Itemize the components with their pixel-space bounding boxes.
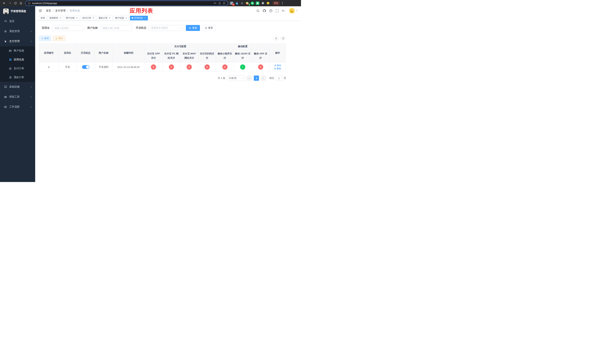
fullscreen-button[interactable] — [276, 9, 279, 12]
tab-merchant-info[interactable]: 商户信息× — [113, 16, 129, 20]
sidebar-collapse-button[interactable] — [38, 8, 43, 13]
chevron-down-icon — [30, 96, 32, 98]
goto-page-input[interactable] — [275, 75, 283, 81]
close-icon[interactable]: × — [92, 17, 94, 19]
hamburger-icon — [39, 9, 42, 12]
active-tab-dot — [132, 17, 133, 19]
extensions-puzzle-icon[interactable] — [261, 1, 265, 5]
status-toggle[interactable] — [82, 65, 89, 69]
sidebar-item-payment-order[interactable]: 支付订单 — [0, 64, 35, 73]
export-button[interactable]: 导出 — [53, 36, 65, 41]
font-size-button[interactable]: TT — [282, 9, 285, 12]
search-button-label: 搜索 — [192, 26, 197, 30]
breadcrumb-separator: / — [53, 9, 54, 12]
table-row: 6 芋道 芋道源码 2021-10-23 08:49:25 ✕ ✕ ✕ ✕ ✕ … — [39, 62, 286, 72]
chat-extension-icon[interactable] — [256, 1, 259, 5]
sidebar-item-refund-order[interactable]: 退款订单 — [0, 73, 35, 82]
back-button[interactable] — [2, 1, 7, 6]
page-size-select[interactable]: 10条/页 — [227, 75, 245, 81]
col-wechat-jsapi: 微信 JSAPI 支付 — [234, 49, 252, 62]
home-button[interactable] — [19, 1, 23, 6]
header-search-button[interactable] — [256, 9, 259, 12]
close-icon[interactable]: × — [59, 17, 62, 19]
wechat-extension-icon[interactable] — [251, 1, 254, 5]
reset-button[interactable]: 重置 — [202, 25, 216, 31]
bank-card-icon — [9, 49, 12, 52]
tab-app-info[interactable]: 应用信息× — [130, 16, 148, 20]
tab-grid-extension-icon[interactable]: 10 — [230, 1, 233, 5]
github-icon — [263, 9, 266, 12]
sidebar-item-infrastructure[interactable]: 基础设施 — [0, 82, 35, 92]
prev-page-button[interactable]: ‹ — [247, 75, 252, 81]
chevron-up-icon — [30, 40, 32, 43]
address-bar[interactable]: localhost:1024/pay/app — [26, 1, 228, 6]
tab-home[interactable]: 首页 — [39, 16, 47, 20]
tab-process-form[interactable]: 流程表单× — [48, 16, 63, 20]
tab-refund-order[interactable]: 退款订单× — [97, 16, 113, 20]
payment-submenu: 商户信息 应用信息 支付订单 退款订单 — [0, 46, 35, 82]
sidebar-item-label: 支付订单 — [14, 67, 24, 70]
share-icon[interactable] — [218, 2, 221, 5]
app-name-label: 应用名 — [42, 26, 50, 30]
tab-label: 首页 — [41, 16, 45, 20]
tab-label: 应用信息 — [134, 16, 143, 20]
sidebar-item-payment[interactable]: ¥ 支付管理 — [0, 36, 35, 46]
sidebar-item-devtools[interactable]: 研发工具 — [0, 92, 35, 102]
close-icon[interactable]: × — [108, 17, 111, 19]
breadcrumb-item-home[interactable]: 首页 — [46, 9, 51, 12]
reload-button[interactable] — [13, 1, 18, 6]
search-icon — [189, 27, 191, 29]
pagination-total: 共 1 条 — [218, 76, 225, 80]
app-table: 应用编号 应用名 开启状态 商户名称 创建时间 支付宝配置 微信配置 操作 支付… — [39, 43, 286, 72]
close-icon[interactable]: × — [144, 17, 146, 19]
user-menu[interactable] — [289, 8, 298, 13]
sidebar-item-workflow[interactable]: 工作流程 — [0, 102, 35, 112]
sidebar-item-merchant-info[interactable]: 商户信息 — [0, 46, 35, 55]
sidebar-item-app-info[interactable]: 应用信息 — [0, 55, 35, 64]
browser-menu-button[interactable] — [282, 2, 283, 5]
delete-link[interactable]: 删除 — [274, 67, 281, 70]
colorful-wheel-extension-icon[interactable]: 1 — [246, 1, 249, 5]
enable-status-select[interactable]: 请选择开启状态 — [149, 25, 184, 31]
help-button[interactable]: ? — [269, 9, 272, 12]
add-button[interactable]: 新增 — [39, 36, 51, 41]
toggle-search-button[interactable] — [273, 36, 279, 41]
navbar: 首页 / 支付管理 / 应用信息 应用列表 ? TT — [35, 6, 301, 15]
sidebar-item-system[interactable]: ⚙ 系统管理 — [0, 26, 35, 36]
select-placeholder: 请选择开启状态 — [151, 26, 168, 30]
merchant-name-input[interactable] — [100, 25, 132, 31]
search-button[interactable]: 搜索 — [186, 25, 200, 31]
sidebar-item-label: 基础设施 — [9, 85, 20, 88]
breadcrumb-item-payment[interactable]: 支付管理 — [55, 9, 65, 12]
site-info-icon[interactable] — [28, 2, 31, 5]
tab-label: 支付订单 — [82, 16, 91, 20]
alipay-qr-status-icon: ✕ — [204, 64, 210, 70]
col-group-alipay: 支付宝配置 — [145, 44, 216, 49]
col-wechat-mini: 微信小程序支付 — [216, 49, 234, 62]
breadcrumb-separator: / — [67, 9, 68, 12]
avatar[interactable] — [289, 8, 295, 13]
bookmark-star-icon[interactable] — [223, 2, 226, 5]
sidebar-item-label: 系统管理 — [9, 30, 20, 33]
water-drop-extension-icon[interactable] — [235, 1, 239, 5]
app-title: 芋道管理系统 — [11, 10, 26, 13]
page-number-button[interactable]: 1 — [254, 75, 259, 81]
close-icon[interactable]: × — [125, 17, 127, 19]
tab-payment-order[interactable]: 支付订单× — [81, 16, 96, 20]
refresh-table-button[interactable] — [280, 36, 286, 41]
tab-user-group[interactable]: 用户分组× — [64, 16, 80, 20]
password-key-icon[interactable] — [214, 2, 216, 5]
browser-update-button[interactable]: 更新 — [272, 1, 280, 6]
forward-button[interactable] — [7, 1, 12, 6]
wechat-app-status-icon: ✕ — [258, 64, 263, 70]
emoji-extension-icon[interactable] — [266, 1, 270, 5]
record-extension-icon[interactable] — [240, 1, 244, 5]
refresh-icon — [282, 37, 284, 40]
edit-link[interactable]: 修改 — [274, 64, 281, 67]
app-name-input[interactable] — [52, 25, 83, 31]
sidebar-item-home[interactable]: 首页 — [0, 16, 35, 26]
wechat-mini-status-icon: ✕ — [222, 64, 227, 70]
close-icon[interactable]: × — [75, 17, 78, 19]
github-button[interactable] — [263, 9, 266, 12]
next-page-button[interactable]: › — [261, 75, 266, 81]
